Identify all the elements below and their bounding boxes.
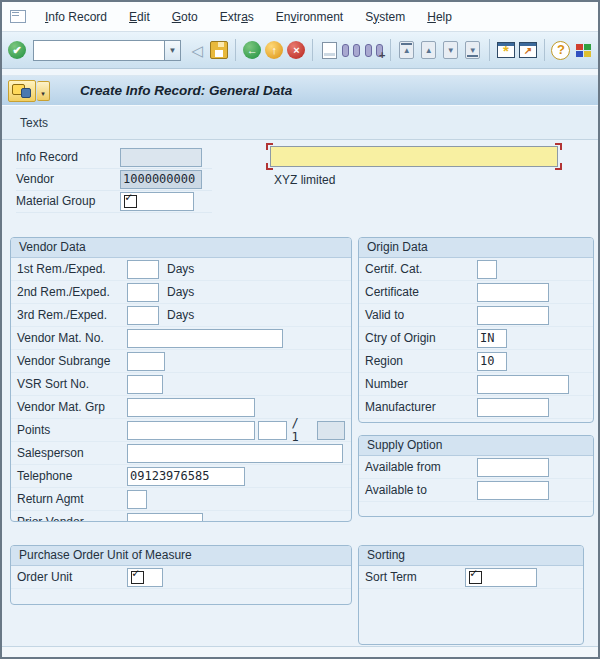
menu-label-part: elp	[436, 10, 452, 24]
points-base-input[interactable]	[317, 421, 345, 440]
region-row: Region10	[359, 350, 593, 373]
vendor-mat-grp-label: Vendor Mat. Grp	[17, 400, 127, 414]
texts-button[interactable]: Texts	[12, 112, 56, 134]
menu-system[interactable]: System	[354, 3, 416, 31]
menu-edit[interactable]: Edit	[118, 3, 161, 31]
exit-arrow-icon: ↑	[265, 41, 283, 59]
order-unit-input[interactable]: ✓	[127, 568, 163, 587]
available-from-input[interactable]	[477, 458, 549, 477]
cancel-button[interactable]: ×	[286, 38, 306, 63]
material-group-input[interactable]: ✓	[120, 192, 194, 211]
services-dropdown-button[interactable]: ▾	[37, 81, 50, 101]
certificate-input[interactable]	[477, 283, 549, 302]
telephone-row: Telephone09123976585	[11, 465, 351, 488]
rem1-input[interactable]	[127, 260, 159, 279]
menu-environment[interactable]: Environment	[265, 3, 354, 31]
vsr-sort-no-input[interactable]	[127, 375, 163, 394]
menu-info-record[interactable]: Info Record	[34, 3, 118, 31]
required-check-glyph: ✓	[125, 192, 132, 203]
next-page-icon: ▼	[443, 41, 458, 59]
days-label: Days	[167, 308, 194, 322]
toolbar-separator	[390, 39, 391, 61]
help-icon: ?	[551, 41, 570, 60]
sorting-title: Sorting	[359, 546, 583, 566]
rem1-label: 1st Rem./Exped.	[17, 262, 127, 276]
points-label: Points	[17, 423, 127, 437]
save-button[interactable]	[209, 38, 229, 63]
exit-button[interactable]: ↑	[264, 38, 284, 63]
valid-to-row: Valid to	[359, 304, 593, 327]
create-shortcut-button[interactable]: ↗	[518, 38, 538, 63]
customize-layout-button[interactable]	[573, 38, 593, 63]
vendor-mat-no-input[interactable]	[127, 329, 283, 348]
number-input[interactable]	[477, 375, 569, 394]
menu-label-part: oto	[181, 10, 198, 24]
next-page-button[interactable]: ▼	[441, 38, 461, 63]
system-menu-icon[interactable]	[10, 10, 26, 23]
sort-term-input[interactable]: ✓	[465, 568, 537, 587]
certif-cat-input[interactable]	[477, 260, 497, 279]
services-for-object-button[interactable]	[8, 80, 36, 102]
points-unit-input[interactable]	[258, 421, 288, 440]
menu-label-part: dit	[137, 10, 150, 24]
menu-extras[interactable]: Extras	[209, 3, 265, 31]
supply-option-group: Supply Option Available from Available t…	[358, 435, 594, 517]
manufacturer-input[interactable]	[477, 398, 549, 417]
region-input[interactable]: 10	[477, 352, 507, 371]
ctry-of-origin-input[interactable]: IN	[477, 329, 507, 348]
rem1-row: 1st Rem./Exped.Days	[11, 258, 351, 281]
short-text-focus-frame	[270, 146, 558, 167]
toolbar-separator	[489, 39, 490, 61]
points-ratio-text: / 1	[291, 416, 313, 444]
shortcut-icon: ↗	[519, 42, 537, 58]
return-agmt-input[interactable]	[127, 490, 147, 509]
days-label: Days	[167, 285, 194, 299]
back-button[interactable]: ←	[242, 38, 262, 63]
manufacturer-row: Manufacturer	[359, 396, 593, 419]
telephone-input[interactable]: 09123976585	[127, 467, 245, 486]
toolbar-separator	[235, 39, 236, 61]
rem3-row: 3rd Rem./Exped.Days	[11, 304, 351, 327]
menu-mnemonic: a	[241, 10, 248, 24]
menu-mnemonic: H	[427, 10, 436, 24]
command-dropdown-icon[interactable]: ▼	[165, 40, 181, 61]
region-label: Region	[365, 354, 477, 368]
menu-goto[interactable]: Goto	[161, 3, 209, 31]
vendor-subrange-input[interactable]	[127, 352, 165, 371]
application-toolbar: Texts	[2, 105, 598, 140]
print-button[interactable]	[319, 38, 339, 63]
short-text-input[interactable]	[270, 146, 558, 167]
vendor-mat-grp-input[interactable]	[127, 398, 255, 417]
points-input[interactable]	[127, 421, 255, 440]
command-field[interactable]	[33, 40, 165, 61]
vendor-subrange-label: Vendor Subrange	[17, 354, 127, 368]
rem2-input[interactable]	[127, 283, 159, 302]
help-button[interactable]: ?	[551, 38, 571, 63]
plus-glyph: +	[379, 49, 385, 61]
focus-bracket	[555, 163, 562, 170]
vendor-row: Vendor 1000000000	[16, 168, 212, 191]
first-page-button[interactable]: ▲	[397, 38, 417, 63]
rem3-input[interactable]	[127, 306, 159, 325]
vendor-input[interactable]: 1000000000	[120, 170, 202, 189]
menu-help[interactable]: Help	[416, 3, 463, 31]
enter-button[interactable]: ✔	[7, 38, 27, 63]
return-agmt-row: Return Agmt	[11, 488, 351, 511]
salesperson-input[interactable]	[127, 444, 343, 463]
previous-page-button[interactable]: ▲	[419, 38, 439, 63]
valid-to-input[interactable]	[477, 306, 549, 325]
sap-window: Info Record Edit Goto Extras Environment…	[0, 0, 600, 659]
last-page-button[interactable]: ▼	[463, 38, 483, 63]
find-next-button[interactable]: +	[364, 38, 384, 63]
new-session-icon: *	[497, 42, 515, 58]
sort-term-row: Sort Term✓	[359, 566, 583, 589]
available-to-input[interactable]	[477, 481, 549, 500]
material-group-label: Material Group	[16, 194, 120, 208]
find-icon	[342, 44, 360, 57]
find-button[interactable]	[341, 38, 361, 63]
material-group-row: Material Group ✓	[16, 190, 212, 213]
prior-vendor-input[interactable]	[127, 513, 203, 523]
new-session-button[interactable]: *	[496, 38, 516, 63]
info-record-input[interactable]	[120, 148, 202, 167]
scroll-back-button[interactable]: ◁	[187, 38, 207, 63]
